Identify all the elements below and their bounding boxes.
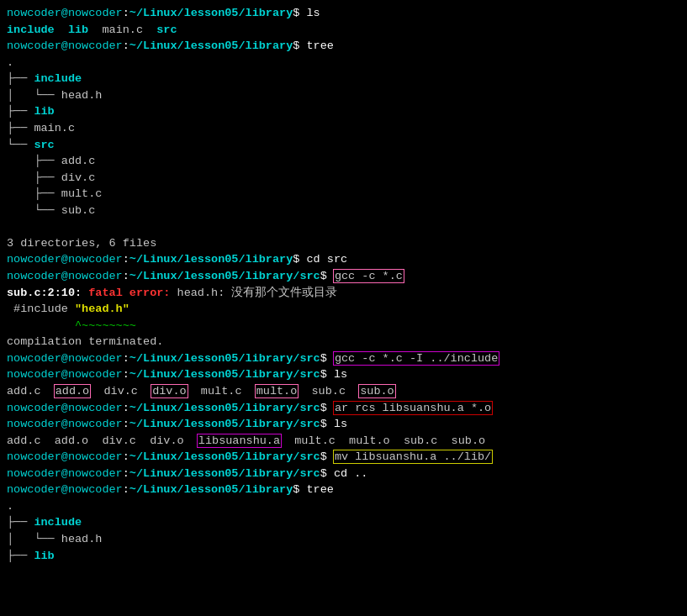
cmd-box-gcc1: gcc -c *.c	[334, 270, 404, 282]
line-19: ^~~~~~~~~	[7, 318, 680, 334]
line-25: nowcoder@nowcoder:~/Linux/lesson05/libra…	[7, 416, 680, 433]
line-1: nowcoder@nowcoder:~/Linux/lesson05/libra…	[7, 5, 680, 22]
line-16: nowcoder@nowcoder:~/Linux/lesson05/libra…	[7, 268, 680, 285]
line-15: nowcoder@nowcoder:~/Linux/lesson05/libra…	[7, 251, 680, 268]
cmd-box-multo: mult.o	[256, 385, 299, 398]
line-11: ├── div.c	[7, 170, 680, 187]
line-10: ├── add.c	[7, 153, 680, 170]
line-8: ├── main.c	[7, 120, 680, 137]
cmd-box-addo: add.o	[55, 385, 91, 398]
line-31: ├── include	[7, 514, 680, 531]
line-4: .	[7, 55, 680, 71]
line-14: 3 directories, 6 files	[7, 235, 680, 252]
line-33: ├── lib	[7, 548, 680, 565]
line-26: add.c add.o div.c div.o libsuanshu.a mul…	[7, 433, 680, 450]
line-17: sub.c:2:10: fatal error: head.h: 没有那个文件或…	[7, 285, 680, 302]
line-6: │ └── head.h	[7, 87, 680, 104]
line-7: ├── lib	[7, 103, 680, 120]
cmd-box-subo: sub.o	[359, 385, 395, 398]
line-29: nowcoder@nowcoder:~/Linux/lesson05/libra…	[7, 482, 680, 498]
line-3: nowcoder@nowcoder:~/Linux/lesson05/libra…	[7, 38, 680, 55]
line-22: nowcoder@nowcoder:~/Linux/lesson05/libra…	[7, 366, 680, 383]
line-30: .	[7, 498, 680, 515]
line-18: #include "head.h"	[7, 301, 680, 318]
line-2: include lib main.c src	[7, 22, 680, 39]
cmd-box-divo: div.o	[151, 385, 188, 398]
line-28: nowcoder@nowcoder:~/Linux/lesson05/libra…	[7, 466, 680, 482]
line-5: ├── include	[7, 71, 680, 87]
line-27: nowcoder@nowcoder:~/Linux/lesson05/libra…	[7, 449, 680, 466]
line-12: ├── mult.c	[7, 186, 680, 203]
line-21: nowcoder@nowcoder:~/Linux/lesson05/libra…	[7, 350, 680, 367]
cmd-box-mv: mv libsuanshu.a ../lib/	[334, 450, 492, 463]
line-32: │ └── head.h	[7, 531, 680, 548]
cmd-box-ar: ar rcs libsuanshu.a *.o	[334, 402, 492, 414]
line-23: add.c add.o div.c div.o mult.c mult.o su…	[7, 383, 680, 400]
line-9: └── src	[7, 137, 680, 154]
cmd-box-gcc2: gcc -c *.c -I ../include	[334, 352, 499, 365]
cmd-box-libsuanshu: libsuanshu.a	[198, 434, 281, 447]
line-20: compilation terminated.	[7, 334, 680, 350]
line-24: nowcoder@nowcoder:~/Linux/lesson05/libra…	[7, 400, 680, 417]
line-13: └── sub.c	[7, 203, 680, 219]
line-blank1	[7, 218, 680, 235]
